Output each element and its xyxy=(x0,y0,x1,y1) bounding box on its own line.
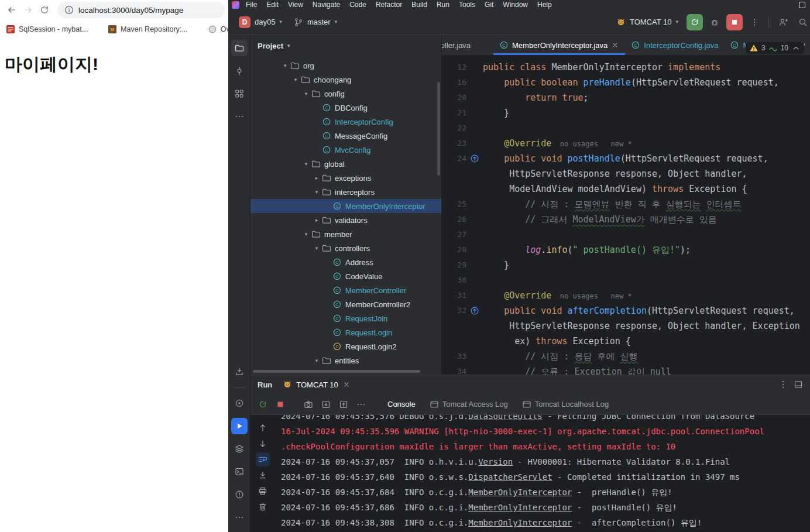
debug-button[interactable] xyxy=(706,14,723,30)
chevron-right-icon[interactable]: ▸ xyxy=(311,175,322,181)
stop-button[interactable] xyxy=(726,14,743,30)
tree-item-RequestLogin[interactable]: CRequestLogin xyxy=(250,325,441,339)
maximize-button[interactable] xyxy=(799,2,805,8)
project-icon[interactable] xyxy=(231,40,248,56)
services-icon[interactable] xyxy=(231,395,248,411)
collapse-icon[interactable] xyxy=(791,43,801,53)
scroll-end-button[interactable] xyxy=(256,468,270,482)
overriding-method-icon[interactable] xyxy=(466,303,483,318)
run-tab-tomcat[interactable]: TOMCAT 10 xyxy=(278,377,355,392)
console-class-link[interactable]: MemberOnlyInterceptor xyxy=(468,488,572,497)
tree-item-MemberOnlyInterceptor[interactable]: CMemberOnlyInterceptor xyxy=(250,199,441,213)
vertical-scrollbar[interactable] xyxy=(437,82,440,176)
console-class-link[interactable]: DispatcherServlet xyxy=(468,472,552,482)
tree-item-org[interactable]: ▾org xyxy=(250,59,441,73)
console-class-link[interactable]: DataSourceUtils xyxy=(468,415,542,421)
editor-tab-MemberOnlyInterceptor.java[interactable]: CMemberOnlyInterceptor.java xyxy=(493,35,625,55)
stop-button[interactable] xyxy=(273,397,288,412)
menu-file[interactable]: File xyxy=(242,1,261,9)
branch-widget[interactable]: master ▾ xyxy=(289,15,342,30)
editor-tab-InterceptorConfig.java[interactable]: CInterceptorConfig.java xyxy=(625,35,724,55)
tree-item-member[interactable]: ▾member xyxy=(250,227,441,241)
chevron-down-icon[interactable]: ▾ xyxy=(311,358,322,363)
more-icon[interactable] xyxy=(778,380,788,389)
editor-tab-Controller.java[interactable]: Controller.java xyxy=(442,35,493,55)
inspections-widget[interactable]: 3 10 xyxy=(746,42,804,54)
commit-icon[interactable] xyxy=(231,63,248,79)
chevron-right-icon[interactable]: ▸ xyxy=(311,217,322,223)
up-button[interactable] xyxy=(256,421,270,435)
tree-item-DBConfig[interactable]: CDBConfig xyxy=(250,101,441,115)
console-tab-tomcat-access-log[interactable]: Tomcat Access Log xyxy=(424,397,514,411)
site-info-icon[interactable] xyxy=(64,5,74,15)
down-button[interactable] xyxy=(256,437,270,451)
menu-view[interactable]: View xyxy=(284,1,307,9)
import-button[interactable] xyxy=(318,397,334,412)
code-area[interactable]: 12public class MemberOnlyInterceptor imp… xyxy=(442,55,810,375)
tree-item-choongang[interactable]: ▾choongang xyxy=(250,73,441,87)
bookmark-item[interactable]: Overview xyxy=(208,25,228,34)
chevron-down-icon[interactable]: ▾ xyxy=(301,231,311,237)
build-icon[interactable] xyxy=(231,441,248,457)
address-bar[interactable]: localhost:3000/day05/mypage xyxy=(57,2,225,18)
structure-icon[interactable] xyxy=(231,85,248,102)
close-icon[interactable] xyxy=(611,41,619,49)
tree-item-MemberController[interactable]: CMemberController xyxy=(250,283,441,297)
chevron-down-icon[interactable]: ▾ xyxy=(280,63,290,68)
menu-navigate[interactable]: Navigate xyxy=(308,1,344,9)
search-everywhere-button[interactable] xyxy=(795,14,810,30)
tree-item-Address[interactable]: CAddress xyxy=(250,255,441,269)
horizontal-scrollbar[interactable] xyxy=(253,370,420,373)
tree-item-exceptions[interactable]: ▸exceptions xyxy=(250,171,441,185)
project-panel-header[interactable]: Project ▾ xyxy=(250,35,441,56)
problems-icon[interactable] xyxy=(231,486,248,503)
run-icon[interactable] xyxy=(231,418,248,434)
project-widget[interactable]: D day05 ▾ xyxy=(234,13,287,31)
back-button[interactable] xyxy=(4,2,20,18)
menu-run[interactable]: Run xyxy=(433,1,454,9)
more-icon[interactable] xyxy=(231,108,248,125)
chevron-down-icon[interactable]: ▾ xyxy=(301,91,311,97)
console-class-link[interactable]: Version xyxy=(478,457,513,466)
tree-item-entities[interactable]: ▾entities xyxy=(250,353,441,368)
menu-refactor[interactable]: Refactor xyxy=(372,1,406,9)
console-class-link[interactable]: MemberOnlyInterceptor xyxy=(468,518,572,527)
overriding-method-icon[interactable] xyxy=(466,151,483,166)
menu-tools[interactable]: Tools xyxy=(455,1,479,9)
menu-code[interactable]: Code xyxy=(345,1,370,9)
menu-window[interactable]: Window xyxy=(499,1,532,9)
chevron-down-icon[interactable]: ▾ xyxy=(311,189,322,195)
tree-item-MessageConfig[interactable]: CMessageConfig xyxy=(250,129,441,143)
tree-item-InterceptorConfig[interactable]: CInterceptorConfig xyxy=(250,115,441,129)
dependencies-icon[interactable] xyxy=(231,363,248,380)
terminal-icon[interactable] xyxy=(231,464,248,480)
menu-build[interactable]: Build xyxy=(407,1,431,9)
tree-item-MvcConfig[interactable]: CMvcConfig xyxy=(250,143,441,157)
chevron-down-icon[interactable]: ▾ xyxy=(301,161,311,167)
export-button[interactable] xyxy=(336,397,351,412)
console-tab-tomcat-localhost-log[interactable]: Tomcat Localhost Log xyxy=(516,397,615,411)
menu-edit[interactable]: Edit xyxy=(262,1,283,9)
tree-item-MemberController2[interactable]: CMemberController2 xyxy=(250,297,441,311)
rerun-button[interactable] xyxy=(255,397,270,412)
tree-item-RequestJoin[interactable]: CRequestJoin xyxy=(250,311,441,325)
tree-item-CodeValue[interactable]: CCodeValue xyxy=(250,269,441,283)
tree-item-global[interactable]: ▾global xyxy=(250,157,441,171)
console-tab-console[interactable]: Console xyxy=(382,397,421,411)
tree-item-interceptors[interactable]: ▾interceptors xyxy=(250,185,441,199)
chevron-down-icon[interactable]: ▾ xyxy=(311,245,322,251)
thread-dump-button[interactable] xyxy=(301,397,316,412)
bookmark-item[interactable]: SqlSession - mybat... xyxy=(6,25,88,34)
tree-item-controllers[interactable]: ▾controllers xyxy=(250,241,441,255)
more-button[interactable] xyxy=(353,397,369,412)
forward-button[interactable] xyxy=(20,2,36,18)
code-with-me-button[interactable] xyxy=(775,14,791,30)
soft-wrap-button[interactable] xyxy=(256,452,270,466)
bookmark-item[interactable]: MMaven Repository:... xyxy=(108,25,188,34)
print-button[interactable] xyxy=(256,484,270,498)
rerun-button[interactable] xyxy=(687,14,703,30)
tree-item-RequestLogin2[interactable]: CRequestLogin2 xyxy=(250,339,441,353)
menu-git[interactable]: Git xyxy=(480,1,497,9)
close-icon[interactable] xyxy=(342,380,351,389)
menu-help[interactable]: Help xyxy=(533,1,556,9)
